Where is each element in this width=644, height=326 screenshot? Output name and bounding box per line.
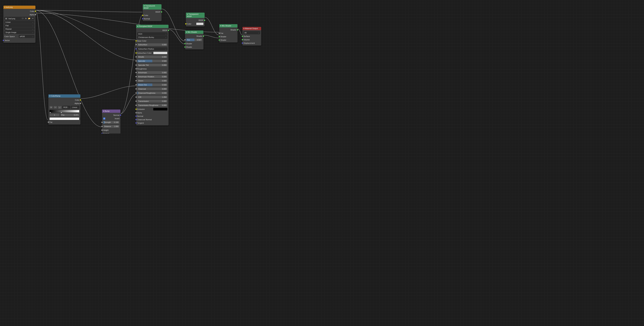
subsurface-slider[interactable]: Subsurface0.000 [137,43,168,46]
subsurface-method-select[interactable]: Christensen-Burley⌄ [137,36,168,39]
chevron-down-icon: ⌄ [32,32,34,33]
input-shader-1: Shader [186,42,192,44]
source-select[interactable]: Single Image⌄ [4,31,34,34]
projection-select[interactable]: Flat⌄ [4,24,34,27]
chevron-down-icon: ⌄ [32,36,34,37]
transmission-roughness-slider[interactable]: Transmission Roughness0.000 [137,104,168,107]
chevron-down-icon: ⌄ [258,32,259,34]
transparent-color-swatch[interactable] [196,22,204,25]
unlink-icon[interactable]: ✕ [31,17,34,20]
input-tangent: Tangent [137,122,144,124]
remove-stop-button[interactable]: − [54,106,57,109]
extension-select[interactable]: Repeat⌄ [4,28,34,30]
image-selector[interactable]: ▧ leaf.png 🛡 ⧉ 📂 ✕ [4,17,34,20]
color-mode-select[interactable]: RGB⌄ [62,106,70,109]
interpolation-select[interactable]: Linear⌄ [4,20,34,24]
emission-color-swatch[interactable] [153,108,168,110]
node-header[interactable]: ▾ ColorRamp [48,94,80,98]
input-fac: Fac [50,121,52,123]
stop-index-field[interactable]: 1 [50,114,60,116]
subsurface-radius-select[interactable]: Subsurface Radius⌄ [137,47,168,50]
node-material-output[interactable]: ▾ Material Output All⌄ Surface Volume Di… [242,27,261,46]
sheen-tint-slider[interactable]: Sheen Tint0.500 [137,83,168,86]
chevron-down-icon: ⌄ [32,22,34,23]
output-color: Color [75,99,80,101]
subsurface-color-swatch[interactable] [153,52,168,54]
transmission-slider[interactable]: Transmission0.000 [137,100,168,103]
node-translucent-bsdf[interactable]: ▾ Translucent BSDF BSDF Color Normal [142,4,162,21]
chevron-down-icon: ⌄ [165,33,166,35]
color-space-select[interactable]: sRGB⌄ [19,35,34,38]
node-bump[interactable]: ▾ Bump Normal ✓Invert Strength0.100 Dist… [102,109,120,134]
node-header[interactable]: ▾ leaf.png [4,6,36,9]
input-emission: Emission [137,108,145,110]
input-roughness: Roughness [137,68,147,70]
stop-pos-field[interactable]: Pos0.371 [60,114,80,116]
input-shader-2: Shader [220,39,226,41]
output-alpha: Alpha [30,14,34,16]
input-shader-2: Shader [186,46,192,48]
ior-slider[interactable]: IOR1.450 [137,96,168,98]
invert-checkbox[interactable]: ✓ [103,117,106,120]
color-space-label: Color Space [4,36,15,38]
specular-slider[interactable]: Specular0.500 [137,60,168,62]
chevron-down-icon: ⌄ [32,28,34,30]
output-color: Color [30,10,34,12]
output-bsdf: BSDF [156,11,160,13]
input-height: Height [103,129,108,131]
input-normal: Normal [103,132,109,134]
input-volume: Volume [244,39,250,41]
node-mix-shader-1[interactable]: ▾ Mix Shader Shader Fac0.507 Shader Shad… [185,30,204,50]
clearcoat-roughness-slider[interactable]: Clearcoat Roughness0.030 [137,92,168,94]
fake-user-icon[interactable]: 🛡 [21,17,24,20]
clearcoat-slider[interactable]: Clearcoat0.000 [137,88,168,90]
specular-tint-slider[interactable]: Specular Tint0.000 [137,64,168,66]
input-normal: Normal [137,115,143,117]
input-clearcoat-normal: Clearcoat Normal [137,118,152,120]
input-surface: Surface [244,35,250,37]
output-bsdf: BSDF [162,29,168,31]
distribution-select[interactable]: GGX⌄ [137,32,168,36]
anisotropic-slider[interactable]: Anisotropic0.000 [137,71,168,74]
input-subsurface-color: Subsurface Color [137,52,152,54]
fac-slider[interactable]: Fac0.507 [186,38,202,42]
input-color: Color [187,23,191,25]
node-colorramp[interactable]: ▾ ColorRamp Color Alpha + − ⌄ RGB⌄ Linea… [48,94,80,125]
distance-slider[interactable]: Distance1.000 [103,125,120,128]
node-header[interactable]: ▾ Mix Shader [185,30,204,34]
duplicate-icon[interactable]: ⧉ [24,17,27,20]
input-displacement: Displacement [244,42,255,44]
output-alpha: Alpha [74,102,80,104]
node-header[interactable]: ▾ Principled BSDF [136,25,168,28]
sheen-slider[interactable]: Sheen0.000 [137,79,168,82]
invert-label: Invert [115,118,120,120]
input-alpha: Alpha [137,112,142,114]
input-normal: Normal [144,18,150,20]
node-header[interactable]: ▾ Translucent BSDF [143,4,162,10]
node-header[interactable]: ▾ Transparent BSDF [186,12,204,18]
color-ramp-gradient[interactable] [50,110,80,112]
node-header[interactable]: ▾ Mix Shader [219,24,238,28]
open-icon[interactable]: 📂 [27,17,31,20]
node-transparent-bsdf[interactable]: ▾ Transparent BSDF BSDF Color [186,12,205,26]
interp-mode-select[interactable]: Linear⌄ [71,106,80,109]
node-mix-shader-2[interactable]: ▾ Mix Shader Shader Fac Shader Shader [219,24,238,42]
node-header[interactable]: ▾ Material Output [242,27,261,30]
input-base-color: Base Color [137,40,146,42]
target-select[interactable]: All⌄ [244,31,260,34]
chevron-down-icon: ⌄ [165,48,166,50]
ramp-menu-button[interactable]: ⌄ [58,106,62,109]
input-vector: Vector [4,39,10,42]
metallic-slider[interactable]: Metallic0.000 [137,55,168,58]
node-header[interactable]: ▾ Bump [102,110,120,113]
node-principled-bsdf[interactable]: ▾ Principled BSDF BSDF GGX⌄ Christensen-… [136,24,169,126]
anisotropic-rotation-slider[interactable]: Anisotropic Rotation0.000 [137,75,168,78]
output-normal: Normal [114,114,120,116]
add-stop-button[interactable]: + [50,106,53,109]
node-image-texture[interactable]: ▾ leaf.png Color Alpha ▧ leaf.png 🛡 ⧉ 📂 … [3,6,36,43]
stop-color-swatch[interactable] [50,117,80,120]
chevron-down-icon: ⌄ [32,25,34,26]
output-bsdf: BSDF [199,19,204,21]
strength-slider[interactable]: Strength0.100 [103,121,120,124]
image-icon: ▧ [4,17,8,20]
